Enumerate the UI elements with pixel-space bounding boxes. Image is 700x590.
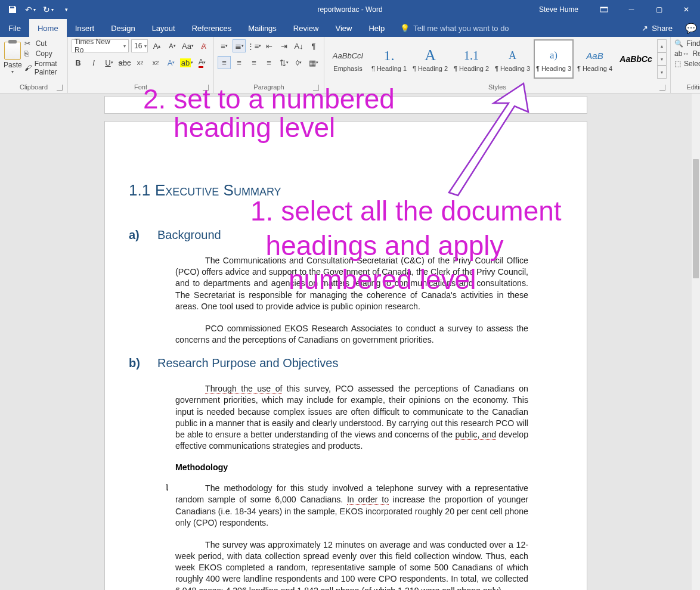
- format-painter-button[interactable]: 🖌Format Painter: [24, 60, 64, 76]
- tab-home[interactable]: Home: [29, 19, 67, 37]
- group-editing: 🔍Find▾ ab↔Replace ⬚Select▾ Editing: [671, 37, 700, 93]
- group-clipboard-label: Clipboard: [20, 83, 48, 91]
- style-preview: AaB: [586, 46, 603, 65]
- style-card-5[interactable]: a)¶ Heading 3: [534, 39, 574, 79]
- brush-icon: 🖌: [24, 64, 32, 72]
- redo-icon[interactable]: ↻ ▾: [42, 3, 55, 16]
- style-card-6[interactable]: AaB¶ Heading 4: [575, 39, 615, 79]
- show-hide-button[interactable]: ¶: [307, 39, 320, 52]
- ribbon-display-icon[interactable]: [590, 0, 618, 19]
- tab-file[interactable]: File: [0, 19, 29, 37]
- paragraph-text[interactable]: Through the use of this survey, PCO asse…: [175, 383, 528, 452]
- paragraph-text[interactable]: PCO commissioned EKOS Research Associate…: [175, 323, 528, 346]
- paragraph-text[interactable]: The survey was approximately 12 minutes …: [175, 539, 528, 590]
- styles-expand[interactable]: ▾: [657, 66, 667, 79]
- decrease-indent-button[interactable]: ⇤: [262, 39, 275, 52]
- style-name-label: ¶ Heading 3: [495, 65, 530, 72]
- styles-dialog-launcher[interactable]: [659, 85, 665, 91]
- tab-insert[interactable]: Insert: [67, 19, 103, 37]
- justify-button[interactable]: ≡: [262, 56, 275, 69]
- font-size-combo[interactable]: 16▾: [131, 39, 148, 52]
- group-editing-label: Editing: [686, 83, 700, 91]
- style-name-label: Emphasis: [333, 65, 362, 72]
- change-case-button[interactable]: Aa▾: [181, 39, 194, 52]
- numbering-button[interactable]: ≣▾: [233, 39, 246, 52]
- bold-button[interactable]: B: [72, 56, 85, 69]
- select-button[interactable]: ⬚Select▾: [674, 60, 700, 68]
- align-left-button[interactable]: ≡: [218, 56, 231, 69]
- style-name-label: ¶ Heading 1: [371, 65, 407, 72]
- tab-review[interactable]: Review: [285, 19, 327, 37]
- minimize-button[interactable]: ─: [618, 0, 645, 19]
- comments-icon[interactable]: 💬: [682, 19, 700, 37]
- replace-button[interactable]: ab↔Replace: [674, 49, 700, 58]
- multilevel-list-button[interactable]: ⋮≡▾: [247, 39, 261, 52]
- heading-b[interactable]: b)Research Purpose and Objectives: [129, 356, 528, 370]
- close-button[interactable]: ✕: [673, 0, 700, 19]
- annotation-2: 2. set to a numbered heading level: [143, 85, 395, 142]
- subscript-button[interactable]: x2: [134, 56, 147, 69]
- highlight-button[interactable]: ab▾: [180, 56, 193, 69]
- find-button[interactable]: 🔍Find▾: [674, 39, 700, 48]
- tab-layout[interactable]: Layout: [144, 19, 184, 37]
- shrink-font-button[interactable]: A▾: [166, 39, 179, 52]
- strikethrough-button[interactable]: abc: [118, 56, 131, 69]
- align-right-button[interactable]: ≡: [247, 56, 261, 69]
- sort-button[interactable]: A↓: [292, 39, 305, 52]
- paragraph-text[interactable]: The methodology for this study involved …: [175, 483, 528, 529]
- tab-view[interactable]: View: [327, 19, 360, 37]
- tab-mailings[interactable]: Mailings: [240, 19, 285, 37]
- scissors-icon: ✂: [24, 39, 33, 48]
- style-card-2[interactable]: A¶ Heading 2: [410, 39, 450, 79]
- group-clipboard: Paste ▾ ✂Cut ⎘Copy 🖌Format Painter Clipb…: [0, 37, 68, 93]
- tab-design[interactable]: Design: [103, 19, 143, 37]
- shading-button[interactable]: ◊▾: [292, 56, 305, 69]
- tab-help[interactable]: Help: [360, 19, 393, 37]
- line-spacing-button[interactable]: ⇅▾: [277, 56, 290, 69]
- increase-indent-button[interactable]: ⇥: [277, 39, 290, 52]
- ribbon-tabs: File Home Insert Design Layout Reference…: [0, 19, 700, 37]
- user-name[interactable]: Steve Hume: [539, 5, 578, 14]
- style-card-3[interactable]: 1.1¶ Heading 2: [451, 39, 491, 79]
- font-name-combo[interactable]: Times New Ro▾: [72, 39, 129, 52]
- grow-font-button[interactable]: A▴: [150, 39, 163, 52]
- tell-me-box[interactable]: 💡Tell me what you want to do: [393, 19, 516, 37]
- style-card-7[interactable]: AaBbCc: [616, 39, 656, 79]
- undo-icon[interactable]: ↶ ▾: [24, 3, 37, 16]
- document-area[interactable]: 1.1Executive Summary a)Background The Co…: [0, 94, 692, 590]
- paste-button[interactable]: Paste ▾: [4, 39, 22, 76]
- clear-formatting-button[interactable]: A̷: [197, 39, 210, 52]
- save-icon[interactable]: [6, 3, 19, 16]
- italic-button[interactable]: I: [87, 56, 100, 69]
- cut-button[interactable]: ✂Cut: [24, 39, 64, 48]
- superscript-button[interactable]: x2: [149, 56, 162, 69]
- style-card-4[interactable]: A¶ Heading 3: [493, 39, 532, 79]
- borders-button[interactable]: ▦▾: [307, 56, 320, 69]
- select-icon: ⬚: [674, 60, 681, 68]
- bullets-button[interactable]: ≡▾: [218, 39, 231, 52]
- style-card-0[interactable]: AaBbCcIEmphasis: [328, 39, 368, 79]
- collapse-ribbon-button[interactable]: ˄: [695, 85, 698, 92]
- styles-scroll-down[interactable]: ▾: [657, 52, 667, 66]
- style-preview: AaBbCcI: [333, 46, 363, 65]
- scrollbar-thumb[interactable]: [693, 159, 699, 278]
- styles-scroll-up[interactable]: ▴: [657, 39, 667, 52]
- share-button[interactable]: ↗Share: [632, 19, 682, 37]
- annotation-arrow-icon: [434, 82, 535, 201]
- style-name-label: ¶ Heading 2: [413, 65, 448, 72]
- copy-button[interactable]: ⎘Copy: [24, 49, 64, 58]
- text-effects-button[interactable]: A▾: [165, 56, 178, 69]
- clipboard-dialog-launcher[interactable]: [57, 85, 63, 91]
- style-preview: A: [509, 46, 516, 65]
- methodology-heading[interactable]: Methodology: [175, 462, 528, 472]
- paste-icon: [4, 42, 21, 60]
- vertical-scrollbar[interactable]: [692, 94, 700, 590]
- underline-button[interactable]: U▾: [103, 56, 116, 69]
- tab-references[interactable]: References: [184, 19, 240, 37]
- qat-customize-icon[interactable]: ▾: [60, 3, 73, 16]
- align-center-button[interactable]: ≡: [233, 56, 246, 69]
- font-color-button[interactable]: A▾: [196, 56, 209, 69]
- style-card-1[interactable]: 1.¶ Heading 1: [369, 39, 409, 79]
- svg-rect-1: [600, 7, 608, 8]
- maximize-button[interactable]: ▢: [645, 0, 673, 19]
